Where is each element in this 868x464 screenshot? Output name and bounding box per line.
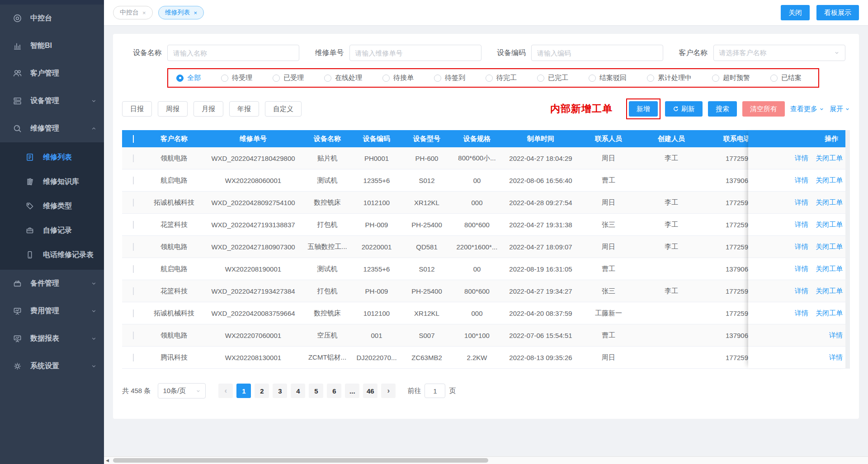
sidebar-item[interactable]: 费用管理 — [0, 297, 104, 325]
row-checkbox[interactable] — [133, 199, 134, 206]
close-order-link[interactable]: 关闭工单 — [816, 220, 843, 229]
refresh-button[interactable]: 刷新 — [665, 101, 703, 117]
close-order-link[interactable]: 关闭工单 — [816, 287, 843, 295]
horizontal-scrollbar[interactable]: ◀ — [104, 456, 868, 464]
tab-pill[interactable]: 中控台 × — [113, 6, 153, 19]
sidebar-subitem[interactable]: 维修知识库 — [0, 169, 104, 194]
clear-all-button[interactable]: 清空所有 — [742, 101, 785, 117]
goto-page-input[interactable] — [425, 384, 445, 398]
sidebar-item[interactable]: 数据报表 — [0, 325, 104, 352]
report-button[interactable]: 月报 — [193, 101, 223, 117]
radio-icon — [589, 75, 596, 82]
row-checkbox[interactable] — [133, 155, 134, 162]
col-contact: 联系人员 — [580, 135, 637, 143]
tab-pill[interactable]: 维修列表 × — [158, 6, 204, 19]
close-order-link[interactable]: 关闭工单 — [816, 198, 843, 207]
scrollbar-thumb[interactable] — [113, 458, 488, 463]
report-button[interactable]: 周报 — [158, 101, 188, 117]
customer-select[interactable]: 请选择客户名称 — [713, 45, 845, 61]
row-checkbox[interactable] — [133, 177, 134, 184]
cell-created-at: 2022-04-27 18:09:07 — [502, 243, 580, 251]
filter-input[interactable] — [167, 45, 299, 61]
row-checkbox[interactable] — [133, 287, 134, 295]
close-order-link[interactable]: 关闭工单 — [816, 176, 843, 185]
tab-close-icon[interactable]: × — [142, 9, 146, 16]
sidebar-item[interactable]: 智能BI — [0, 32, 104, 60]
filter-input[interactable] — [349, 45, 481, 61]
status-radio[interactable]: 待完工 — [486, 74, 517, 82]
add-button[interactable]: 新增 — [629, 101, 658, 117]
status-radio[interactable]: 已受理 — [273, 74, 304, 82]
page-number-button[interactable]: 6 — [327, 384, 341, 398]
status-radio[interactable]: 在线处理 — [324, 74, 362, 82]
report-button[interactable]: 日报 — [122, 101, 152, 117]
status-radio-label: 全部 — [187, 74, 201, 82]
status-radio[interactable]: 超时预警 — [712, 74, 750, 82]
row-checkbox[interactable] — [133, 243, 134, 251]
board-display-button[interactable]: 看板展示 — [816, 5, 859, 20]
sidebar-item[interactable]: 系统设置 — [0, 352, 104, 380]
sidebar-item[interactable]: 设备管理 — [0, 87, 104, 115]
close-button[interactable]: 关闭 — [781, 5, 810, 20]
sidebar-item[interactable]: 维修管理 — [0, 115, 104, 142]
detail-link[interactable]: 详情 — [795, 176, 808, 185]
sidebar-item[interactable]: 客户管理 — [0, 60, 104, 87]
sidebar-subitem[interactable]: 维修类型 — [0, 194, 104, 218]
status-radio[interactable]: 累计处理中 — [647, 74, 692, 82]
detail-link[interactable]: 详情 — [795, 243, 808, 251]
page-number-button[interactable]: 2 — [255, 384, 269, 398]
scroll-left-arrow-icon[interactable]: ◀ — [106, 458, 109, 463]
detail-link[interactable]: 详情 — [795, 198, 808, 207]
detail-link[interactable]: 详情 — [795, 265, 808, 273]
cell-device-name: 测试机 — [303, 176, 352, 185]
expand-link[interactable]: 展开 — [830, 105, 850, 113]
status-radio[interactable]: 待接单 — [382, 74, 414, 82]
row-checkbox[interactable] — [133, 332, 134, 339]
detail-link[interactable]: 详情 — [829, 331, 843, 340]
status-radio[interactable]: 待签到 — [434, 74, 465, 82]
sidebar-subitem[interactable]: 维修列表 — [0, 145, 104, 169]
report-button[interactable]: 自定义 — [265, 101, 302, 117]
sidebar-item[interactable]: 备件管理 — [0, 270, 104, 297]
cell-device-code: DJ2022070... — [352, 354, 401, 361]
prev-page-button[interactable]: ‹ — [218, 384, 233, 398]
close-order-link[interactable]: 关闭工单 — [816, 265, 843, 273]
status-radio[interactable]: 已结案 — [770, 74, 802, 82]
cell-customer: 领航电路 — [145, 154, 203, 163]
select-all-checkbox[interactable] — [133, 135, 134, 143]
sidebar-subitem[interactable]: 自修记录 — [0, 218, 104, 243]
page-number-button[interactable]: 5 — [309, 384, 323, 398]
close-order-link[interactable]: 关闭工单 — [816, 243, 843, 251]
tab-close-icon[interactable]: × — [194, 9, 198, 16]
page-number-button[interactable]: 4 — [291, 384, 305, 398]
report-button[interactable]: 年报 — [229, 101, 259, 117]
status-radio[interactable]: 待受理 — [221, 74, 252, 82]
search-button[interactable]: 搜索 — [708, 101, 737, 117]
page-number-button[interactable]: 3 — [273, 384, 287, 398]
status-radio[interactable]: 已完工 — [537, 74, 568, 82]
table-scrollbar-gutter[interactable] — [845, 130, 850, 369]
detail-link[interactable]: 详情 — [795, 309, 808, 318]
detail-link[interactable]: 详情 — [795, 287, 808, 295]
sidebar-item[interactable]: 中控台 — [0, 5, 104, 32]
detail-link[interactable]: 详情 — [795, 220, 808, 229]
row-checkbox[interactable] — [133, 265, 134, 273]
status-radio[interactable]: 结案驳回 — [589, 74, 627, 82]
filter-input[interactable] — [531, 45, 663, 61]
next-page-button[interactable]: › — [381, 384, 396, 398]
row-checkbox[interactable] — [133, 354, 134, 361]
page-number-button[interactable]: 1 — [236, 384, 251, 398]
status-radio[interactable]: 全部 — [176, 74, 201, 82]
detail-link[interactable]: 详情 — [795, 154, 808, 163]
close-order-link[interactable]: 关闭工单 — [816, 309, 843, 318]
sidebar-subitem[interactable]: 电话维修记录表 — [0, 243, 104, 267]
view-more-link[interactable]: 查看更多 — [790, 105, 824, 113]
page-number-button[interactable]: ... — [345, 384, 359, 398]
row-checkbox[interactable] — [133, 309, 134, 317]
detail-link[interactable]: 详情 — [829, 353, 843, 362]
sidebar-item-label: 客户管理 — [30, 69, 59, 78]
row-checkbox[interactable] — [133, 221, 134, 229]
page-size-select[interactable]: 10条/页 — [158, 383, 206, 398]
page-number-button[interactable]: 46 — [363, 384, 377, 398]
close-order-link[interactable]: 关闭工单 — [816, 154, 843, 163]
